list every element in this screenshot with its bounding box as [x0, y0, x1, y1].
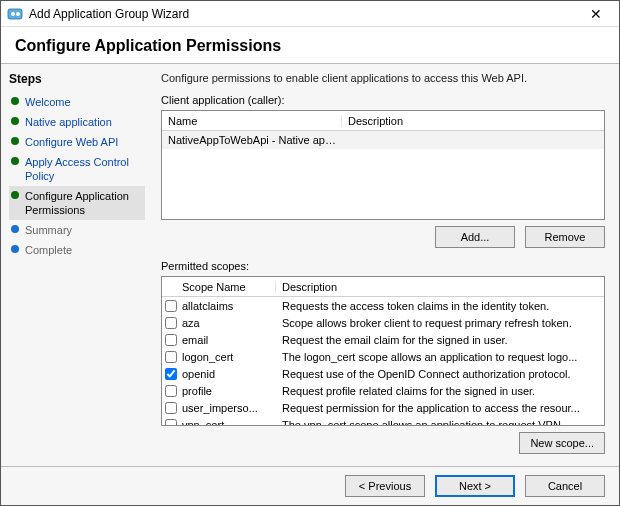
scope-name: user_imperso...: [180, 402, 276, 414]
previous-button[interactable]: < Previous: [345, 475, 425, 497]
step-label: Native application: [25, 115, 112, 129]
scope-checkbox-cell: [162, 317, 180, 329]
window-title: Add Application Group Wizard: [29, 7, 579, 21]
scope-row[interactable]: vpn_certThe vpn_cert scope allows an app…: [162, 416, 604, 425]
step-bullet-icon: [11, 191, 19, 199]
scope-checkbox[interactable]: [165, 402, 177, 414]
step-label: Summary: [25, 223, 72, 237]
scope-checkbox[interactable]: [165, 300, 177, 312]
col-desc-header[interactable]: Description: [342, 115, 604, 127]
col-name-header[interactable]: Name: [162, 115, 342, 127]
scope-description: Requests the access token claims in the …: [276, 300, 604, 312]
titlebar: Add Application Group Wizard ✕: [1, 1, 619, 27]
scope-checkbox[interactable]: [165, 317, 177, 329]
client-list-body: NativeAppToWebApi - Native applicati...: [162, 131, 604, 219]
scope-description: Request permission for the application t…: [276, 402, 604, 414]
scope-name: openid: [180, 368, 276, 380]
step-configure-web-api[interactable]: Configure Web API: [9, 132, 145, 152]
body: Steps WelcomeNative applicationConfigure…: [1, 64, 619, 466]
scope-row[interactable]: azaScope allows broker client to request…: [162, 314, 604, 331]
step-label: Configure Application Permissions: [25, 189, 143, 217]
scope-description: Request the email claim for the signed i…: [276, 334, 604, 346]
scope-name: email: [180, 334, 276, 346]
steps-list: WelcomeNative applicationConfigure Web A…: [9, 92, 145, 260]
new-scope-button[interactable]: New scope...: [519, 432, 605, 454]
cancel-button[interactable]: Cancel: [525, 475, 605, 497]
client-app-label: Client application (caller):: [161, 94, 605, 106]
client-app-row[interactable]: NativeAppToWebApi - Native applicati...: [162, 131, 604, 149]
scope-description: The vpn_cert scope allows an application…: [276, 419, 604, 426]
add-button[interactable]: Add...: [435, 226, 515, 248]
scope-checkbox-cell: [162, 300, 180, 312]
step-bullet-icon: [11, 245, 19, 253]
step-bullet-icon: [11, 137, 19, 145]
content-pane: Configure permissions to enable client a…: [151, 64, 619, 466]
scope-row[interactable]: emailRequest the email claim for the sig…: [162, 331, 604, 348]
footer: < Previous Next > Cancel: [1, 466, 619, 505]
scope-description: Request profile related claims for the s…: [276, 385, 604, 397]
scopes-label: Permitted scopes:: [161, 260, 605, 272]
step-native-application[interactable]: Native application: [9, 112, 145, 132]
scope-checkbox[interactable]: [165, 419, 177, 426]
client-buttons-row: Add... Remove: [161, 220, 605, 258]
step-bullet-icon: [11, 225, 19, 233]
scope-checkbox[interactable]: [165, 368, 177, 380]
scope-row[interactable]: openidRequest use of the OpenID Connect …: [162, 365, 604, 382]
scope-checkbox[interactable]: [165, 351, 177, 363]
client-list-header: Name Description: [162, 111, 604, 131]
scope-description: Scope allows broker client to request pr…: [276, 317, 604, 329]
scope-checkbox[interactable]: [165, 334, 177, 346]
scope-checkbox-cell: [162, 419, 180, 426]
steps-pane: Steps WelcomeNative applicationConfigure…: [1, 64, 151, 466]
scope-name-header[interactable]: Scope Name: [180, 281, 276, 293]
step-label: Complete: [25, 243, 72, 257]
scope-desc-header[interactable]: Description: [276, 281, 604, 293]
step-label: Welcome: [25, 95, 71, 109]
scope-description: The logon_cert scope allows an applicati…: [276, 351, 604, 363]
step-welcome[interactable]: Welcome: [9, 92, 145, 112]
scope-actions-row: New scope...: [161, 426, 605, 458]
scope-checkbox-cell: [162, 334, 180, 346]
scope-name: aza: [180, 317, 276, 329]
scope-checkbox-cell: [162, 385, 180, 397]
page-title: Configure Application Permissions: [15, 37, 605, 55]
page-header: Configure Application Permissions: [1, 27, 619, 64]
step-label: Apply Access Control Policy: [25, 155, 143, 183]
wizard-window: Add Application Group Wizard ✕ Configure…: [0, 0, 620, 506]
scope-row[interactable]: logon_certThe logon_cert scope allows an…: [162, 348, 604, 365]
scope-checkbox-cell: [162, 351, 180, 363]
scope-description: Request use of the OpenID Connect author…: [276, 368, 604, 380]
client-name: NativeAppToWebApi - Native applicati...: [162, 134, 342, 146]
step-apply-access-control-policy[interactable]: Apply Access Control Policy: [9, 152, 145, 186]
app-icon: [7, 6, 23, 22]
scope-name: allatclaims: [180, 300, 276, 312]
close-icon[interactable]: ✕: [579, 3, 613, 25]
scopes-header: Scope Name Description: [162, 277, 604, 297]
svg-point-2: [16, 12, 20, 16]
step-configure-application-permissions: Configure Application Permissions: [9, 186, 145, 220]
scope-name: logon_cert: [180, 351, 276, 363]
scope-name: profile: [180, 385, 276, 397]
step-bullet-icon: [11, 97, 19, 105]
scope-checkbox-cell: [162, 402, 180, 414]
step-bullet-icon: [11, 117, 19, 125]
step-bullet-icon: [11, 157, 19, 165]
scopes-body: allatclaimsRequests the access token cla…: [162, 297, 604, 425]
step-summary: Summary: [9, 220, 145, 240]
scope-row[interactable]: allatclaimsRequests the access token cla…: [162, 297, 604, 314]
remove-button[interactable]: Remove: [525, 226, 605, 248]
step-complete: Complete: [9, 240, 145, 260]
steps-heading: Steps: [9, 72, 145, 86]
scope-name: vpn_cert: [180, 419, 276, 426]
scopes-list[interactable]: Scope Name Description allatclaimsReques…: [161, 276, 605, 426]
scope-checkbox-cell: [162, 368, 180, 380]
svg-point-1: [11, 12, 15, 16]
next-button[interactable]: Next >: [435, 475, 515, 497]
scope-row[interactable]: user_imperso...Request permission for th…: [162, 399, 604, 416]
step-label: Configure Web API: [25, 135, 118, 149]
client-app-list[interactable]: Name Description NativeAppToWebApi - Nat…: [161, 110, 605, 220]
scope-row[interactable]: profileRequest profile related claims fo…: [162, 382, 604, 399]
scope-checkbox[interactable]: [165, 385, 177, 397]
intro-text: Configure permissions to enable client a…: [161, 72, 605, 84]
